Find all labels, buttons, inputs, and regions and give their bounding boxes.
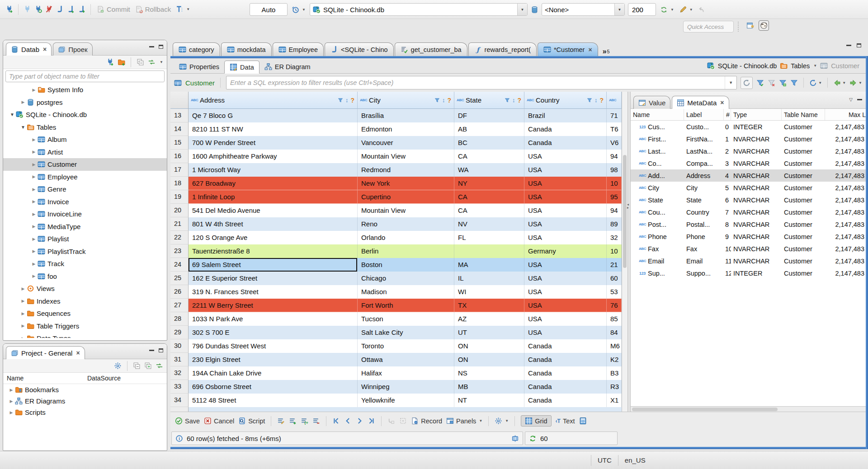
cell-state[interactable]: ON — [454, 353, 524, 366]
cell-country[interactable]: Canada — [524, 136, 607, 150]
row-number[interactable]: 28 — [170, 312, 189, 326]
save-button[interactable]: Save — [175, 417, 200, 425]
minimize-icon[interactable] — [846, 45, 851, 46]
sql-editor-icon[interactable] — [56, 5, 64, 13]
table-row[interactable]: 13Qe 7 Bloco GBrasíliaDFBrazil71 — [170, 109, 627, 122]
cell-country[interactable]: USA — [524, 150, 607, 163]
row-number[interactable]: 33 — [170, 380, 189, 394]
horizontal-scrollbar[interactable] — [631, 406, 866, 412]
vertical-scrollbar[interactable] — [622, 92, 627, 412]
table-row[interactable]: 31230 Elgin StreetOttawaONCanadaK2 — [170, 353, 627, 366]
cell-postal[interactable]: 84 — [607, 326, 622, 339]
cell-city[interactable]: Boston — [358, 258, 454, 272]
cell-country[interactable]: Canada — [524, 339, 607, 353]
row-number[interactable]: 13 — [170, 109, 189, 122]
row-number[interactable]: 18 — [170, 177, 189, 190]
cell-postal[interactable]: 85 — [607, 312, 622, 326]
next-row-icon[interactable] — [356, 417, 363, 425]
commit-button[interactable]: Commit — [96, 5, 131, 14]
text-view-button[interactable]: ‹T Text — [556, 417, 575, 425]
cell-country[interactable]: Brazil — [524, 109, 607, 122]
cell-state[interactable]: AB — [454, 122, 524, 136]
tree-item-postgres[interactable]: ▶postgres — [3, 96, 167, 109]
table-row[interactable]: 25162 E Superior StreetChicagoILUSA60 — [170, 272, 627, 285]
tree-item-customer[interactable]: ▶Customer — [3, 158, 167, 171]
tab-value[interactable]: Value — [633, 96, 670, 109]
cell-postal[interactable]: 95 — [607, 190, 622, 204]
row-number[interactable]: 24 — [170, 258, 189, 272]
cell-city[interactable]: Fort Worth — [358, 299, 454, 312]
cell-postal[interactable]: 32 — [607, 231, 622, 244]
settings-button[interactable]: ▼ — [495, 417, 509, 425]
column-header-country[interactable]: ABCCountry↕? — [524, 92, 607, 109]
cell-city[interactable]: Chicago — [358, 272, 454, 285]
cell-city[interactable]: Brasília — [358, 109, 454, 122]
table-row[interactable]: 15700 W Pender StreetVancouverBCCanadaV6 — [170, 136, 627, 150]
cell-country[interactable]: Canada — [524, 380, 607, 394]
cell-state[interactable]: NT — [454, 394, 524, 407]
cell-state[interactable]: WA — [454, 163, 524, 177]
maximize-icon[interactable] — [159, 348, 163, 352]
script-button[interactable]: Script — [238, 417, 265, 425]
row-number[interactable]: 15 — [170, 136, 189, 150]
row-number[interactable]: 31 — [170, 353, 189, 366]
open-perspective-icon[interactable] — [746, 22, 754, 29]
table-row[interactable]: 23Tauentzienstraße 8BerlinGermany10 — [170, 244, 627, 258]
cell-state[interactable]: DF — [454, 109, 524, 122]
column-header-name[interactable]: Name — [7, 375, 87, 382]
apply-filter-icon[interactable] — [756, 79, 764, 87]
cell-city[interactable]: Madison — [358, 285, 454, 299]
tab-projects[interactable]: Проек — [53, 42, 92, 56]
tree-item-system-info[interactable]: ▶iSystem Info — [3, 84, 167, 96]
table-row[interactable]: 32194A Chain Lake DriveHalifaxNSCanadaB3 — [170, 366, 627, 380]
column-header-label[interactable]: Label — [684, 109, 724, 120]
tree-item-playlisttrack[interactable]: ▶PlaylistTrack — [3, 245, 167, 258]
cell-country[interactable]: USA — [524, 258, 607, 272]
column-header-name[interactable]: Name — [631, 109, 684, 120]
cell-state[interactable]: AZ — [454, 312, 524, 326]
table-row[interactable]: 30796 Dundas Street WestTorontoONCanadaM… — [170, 339, 627, 353]
cell-address[interactable]: 162 E Superior Street — [189, 272, 358, 285]
splitter-toggle-icon[interactable]: ◂▸ — [627, 203, 629, 209]
highlight-button[interactable]: ▼ — [678, 5, 694, 14]
project-item-bookmarks[interactable]: ▶Bookmarks — [3, 384, 167, 395]
previous-page-button[interactable]: ▼ — [833, 79, 846, 87]
new-folder-icon[interactable] — [118, 58, 125, 66]
cell-city[interactable]: Reno — [358, 217, 454, 231]
custom-filter-icon[interactable] — [790, 79, 798, 87]
chevron-right-icon[interactable]: ▶ — [30, 187, 38, 192]
metadata-row[interactable]: ABCAdd...Address4NVARCHARCustomer2,147,4… — [631, 169, 866, 182]
scrollbar-thumb[interactable] — [632, 408, 778, 411]
cell-address[interactable]: 1600 Amphitheatre Parkway — [189, 150, 358, 163]
delete-row-icon[interactable] — [312, 417, 320, 425]
chevron-right-icon[interactable]: ▶ — [8, 399, 15, 403]
cell-state[interactable]: CA — [454, 150, 524, 163]
tree-item-table-triggers[interactable]: ▶Table Triggers — [3, 320, 167, 333]
quick-access-input[interactable] — [683, 21, 734, 33]
chevron-right-icon[interactable]: ▶ — [30, 88, 38, 92]
context-connection[interactable]: SQLite - Chinook.db — [718, 62, 777, 70]
cell-city[interactable]: Orlando — [358, 231, 454, 244]
cell-country[interactable]: Germany — [524, 244, 607, 258]
disconnect-icon[interactable] — [45, 5, 53, 13]
transaction-log-button[interactable]: ▼ — [175, 5, 191, 14]
expand-all-icon[interactable] — [144, 362, 152, 370]
cell-state[interactable]: NS — [454, 366, 524, 380]
cell-postal[interactable]: T6 — [607, 122, 622, 136]
project-item-er-diagrams[interactable]: ▶ER Diagrams — [3, 395, 167, 407]
chevron-right-icon[interactable]: ▶ — [8, 388, 15, 392]
cell-state[interactable]: UT — [454, 326, 524, 339]
tree-item-mediatype[interactable]: ▶MediaType — [3, 220, 167, 233]
context-entity[interactable]: Customer — [831, 62, 859, 70]
cell-country[interactable]: USA — [524, 204, 607, 217]
add-row-icon[interactable] — [289, 417, 297, 425]
minimize-icon[interactable] — [857, 99, 862, 100]
minimize-icon[interactable] — [149, 46, 154, 47]
tree-item-album[interactable]: ▶Album — [3, 133, 167, 146]
calc-panel-icon[interactable] — [579, 417, 587, 425]
chevron-right-icon[interactable]: ▶ — [19, 336, 27, 338]
tab-overflow-indicator[interactable]: » 5 — [603, 49, 610, 56]
cell-postal[interactable]: K2 — [607, 353, 622, 366]
cell-state[interactable]: CA — [454, 190, 524, 204]
history-button[interactable]: ▼ — [291, 5, 307, 14]
